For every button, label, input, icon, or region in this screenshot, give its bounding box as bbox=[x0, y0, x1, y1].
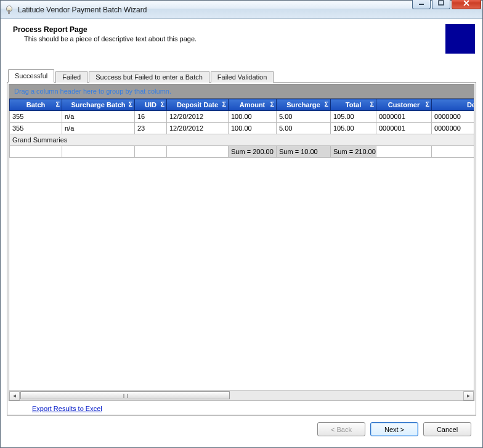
sigma-icon: Σ bbox=[128, 100, 132, 108]
sigma-icon: Σ bbox=[324, 100, 328, 108]
results-table: BatchΣ Surcharge BatchΣ UIDΣ Deposit Dat… bbox=[9, 99, 474, 158]
export-row: Export Results to Excel bbox=[9, 401, 474, 413]
back-button[interactable]: < Back bbox=[317, 422, 365, 436]
tab-failed-validation[interactable]: Failed Validation bbox=[211, 71, 274, 83]
window-buttons bbox=[412, 0, 481, 9]
sigma-icon: Σ bbox=[270, 100, 274, 108]
summary-values-row: Sum = 200.00 Sum = 10.00 Sum = 210.00 bbox=[10, 146, 474, 158]
grid-panel: Drag a column header here to group by th… bbox=[7, 83, 476, 415]
col-surcharge-batch[interactable]: Surcharge BatchΣ bbox=[62, 99, 135, 111]
minimize-button[interactable] bbox=[412, 0, 431, 9]
minimize-icon bbox=[418, 0, 425, 6]
table-row[interactable]: 355 n/a 16 12/20/2012 100.00 5.00 105.00… bbox=[10, 111, 474, 123]
scroll-right-button[interactable]: ► bbox=[463, 391, 474, 401]
grid-scroll: BatchΣ Surcharge BatchΣ UIDΣ Deposit Dat… bbox=[9, 99, 474, 401]
col-surcharge[interactable]: SurchargeΣ bbox=[277, 99, 331, 111]
sigma-icon: Σ bbox=[425, 100, 429, 108]
grid-scroll-inner[interactable]: BatchΣ Surcharge BatchΣ UIDΣ Deposit Dat… bbox=[9, 99, 474, 390]
grid-outer: Drag a column header here to group by th… bbox=[9, 84, 474, 401]
page-header: Process Report Page This should be a pie… bbox=[7, 24, 476, 54]
app-icon bbox=[4, 5, 14, 15]
maximize-icon bbox=[437, 0, 445, 6]
col-batch[interactable]: BatchΣ bbox=[10, 99, 62, 111]
groupby-bar[interactable]: Drag a column header here to group by th… bbox=[9, 84, 474, 99]
svg-rect-1 bbox=[439, 1, 444, 5]
sigma-icon: Σ bbox=[222, 100, 226, 108]
col-uid[interactable]: UIDΣ bbox=[135, 99, 167, 111]
window-title: Latitude Vendor Payment Batch Wizard bbox=[18, 6, 147, 14]
close-icon bbox=[463, 0, 470, 6]
sigma-icon: Σ bbox=[370, 100, 374, 108]
next-button[interactable]: Next > bbox=[370, 422, 418, 436]
table-row[interactable]: 355 n/a 23 12/20/2012 100.00 5.00 105.00… bbox=[10, 123, 474, 134]
titlebar: Latitude Vendor Payment Batch Wizard bbox=[1, 1, 482, 19]
scroll-left-button[interactable]: ◄ bbox=[9, 391, 20, 401]
close-button[interactable] bbox=[452, 0, 481, 9]
sigma-icon: Σ bbox=[160, 100, 164, 108]
summary-label-row: Grand Summaries bbox=[10, 134, 474, 146]
summary-surcharge: Sum = 10.00 bbox=[277, 146, 331, 158]
table-header-row: BatchΣ Surcharge BatchΣ UIDΣ Deposit Dat… bbox=[10, 99, 474, 111]
tab-successful[interactable]: Successful bbox=[8, 69, 54, 83]
tab-success-failed-batch[interactable]: Success but Failed to enter a Batch bbox=[89, 71, 209, 83]
summary-total: Sum = 210.00 bbox=[331, 146, 376, 158]
scroll-track[interactable] bbox=[20, 391, 463, 401]
wizard-footer: < Back Next > Cancel bbox=[7, 415, 476, 441]
col-desc[interactable]: Des bbox=[432, 99, 474, 111]
page-title: Process Report Page bbox=[13, 25, 445, 34]
sigma-icon: Σ bbox=[55, 100, 60, 108]
client-area: Process Report Page This should be a pie… bbox=[1, 19, 482, 447]
horizontal-scrollbar[interactable]: ◄ ► bbox=[9, 390, 474, 401]
col-total[interactable]: TotalΣ bbox=[331, 99, 376, 111]
page-subtitle: This should be a piece of descriptive te… bbox=[24, 35, 445, 43]
col-customer[interactable]: CustomerΣ bbox=[376, 99, 432, 111]
tab-failed[interactable]: Failed bbox=[55, 71, 87, 83]
tabstrip: Successful Failed Success but Failed to … bbox=[7, 68, 476, 83]
cancel-button[interactable]: Cancel bbox=[423, 422, 471, 436]
app-window: Latitude Vendor Payment Batch Wizard Pro… bbox=[0, 0, 483, 448]
col-amount[interactable]: AmountΣ bbox=[229, 99, 277, 111]
col-deposit-date[interactable]: Deposit DateΣ bbox=[167, 99, 229, 111]
summary-amount: Sum = 200.00 bbox=[229, 146, 277, 158]
export-results-link[interactable]: Export Results to Excel bbox=[32, 405, 102, 412]
maximize-button[interactable] bbox=[432, 0, 450, 9]
svg-rect-0 bbox=[419, 4, 424, 5]
wizard-logo bbox=[445, 24, 475, 54]
scroll-thumb[interactable] bbox=[20, 391, 230, 399]
